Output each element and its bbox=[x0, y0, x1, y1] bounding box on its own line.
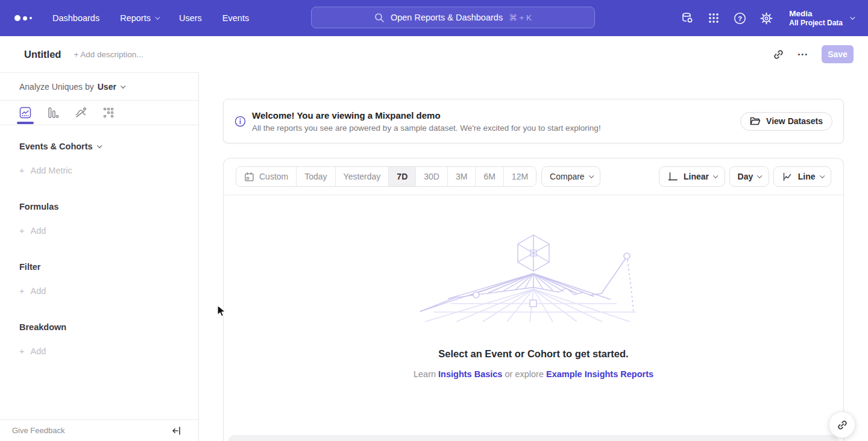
chevron-down-icon bbox=[589, 174, 594, 178]
insights-chart-card: Custom Today Yesterday 7D 30D 3M 6M 12M … bbox=[223, 158, 844, 441]
query-builder-sidebar: Analyze Uniques by User Events & Cohorts… bbox=[0, 72, 199, 441]
save-button[interactable]: Save bbox=[822, 45, 854, 63]
formulas-section-title: Formulas bbox=[19, 202, 179, 211]
chart-controls: Custom Today Yesterday 7D 30D 3M 6M 12M … bbox=[224, 158, 843, 195]
plus-icon: + bbox=[19, 346, 24, 356]
date-range-yesterday[interactable]: Yesterday bbox=[335, 167, 389, 186]
link-icon bbox=[837, 419, 848, 431]
collapse-sidebar-icon[interactable] bbox=[172, 426, 181, 436]
svg-text:?: ? bbox=[738, 14, 742, 22]
nav-users[interactable]: Users bbox=[179, 13, 202, 23]
chevron-down-icon bbox=[850, 14, 855, 19]
chevron-down-icon bbox=[121, 83, 125, 88]
line-chart-icon bbox=[782, 171, 793, 182]
nav-events[interactable]: Events bbox=[222, 13, 249, 23]
more-menu-button[interactable]: ••• bbox=[797, 51, 808, 58]
analyze-label: Analyze Uniques by bbox=[19, 82, 94, 92]
project-selector[interactable]: Media All Project Data bbox=[789, 8, 854, 28]
banner-subtitle: All the reports you see are powered by a… bbox=[252, 124, 601, 133]
example-insights-reports-link[interactable]: Example Insights Reports bbox=[546, 369, 653, 379]
tab-bar-chart[interactable] bbox=[47, 101, 59, 125]
apps-grid-icon[interactable] bbox=[708, 12, 720, 24]
data-management-icon[interactable] bbox=[681, 11, 694, 25]
measurement-tabs bbox=[0, 101, 198, 125]
primary-nav: Dashboards Reports Users Events bbox=[52, 13, 249, 23]
line-chart-icon bbox=[19, 107, 31, 119]
nav-reports[interactable]: Reports bbox=[120, 13, 159, 23]
axis-scale-icon bbox=[667, 171, 678, 182]
mixpanel-logo-icon[interactable] bbox=[14, 15, 32, 21]
empty-state-illustration bbox=[419, 231, 648, 323]
project-name: Media bbox=[789, 8, 843, 19]
analyze-entity-dropdown[interactable]: User bbox=[98, 82, 124, 92]
chevron-down-icon bbox=[820, 174, 825, 178]
chart-empty-state: Select an Event or Cohort to get started… bbox=[224, 195, 843, 379]
add-metric-button[interactable]: + Add Metric bbox=[19, 166, 179, 175]
nav-dashboards[interactable]: Dashboards bbox=[52, 13, 99, 23]
nav-right-cluster: ? Media All Project Data bbox=[681, 0, 854, 36]
calendar-icon bbox=[244, 172, 254, 182]
date-range-segmented-control: Custom Today Yesterday 7D 30D 3M 6M 12M bbox=[236, 166, 536, 187]
results-table-peek bbox=[228, 435, 838, 441]
global-search-input[interactable]: Open Reports & Dashboards ⌘ + K bbox=[311, 7, 595, 28]
add-formula-button[interactable]: + Add bbox=[19, 226, 179, 236]
add-filter-button[interactable]: + Add bbox=[19, 286, 179, 296]
search-icon bbox=[374, 13, 385, 23]
analyze-row: Analyze Uniques by User bbox=[0, 73, 198, 101]
tab-insights-linechart[interactable] bbox=[19, 101, 31, 125]
main-content: Welcome! You are viewing a Mixpanel demo… bbox=[199, 72, 868, 441]
date-range-12m[interactable]: 12M bbox=[503, 167, 536, 186]
settings-gear-icon[interactable] bbox=[760, 12, 773, 25]
plus-icon: + bbox=[19, 286, 24, 296]
sidebar-footer: Give Feedback bbox=[0, 419, 198, 441]
chart-type-dropdown[interactable]: Line bbox=[773, 166, 831, 187]
date-range-custom[interactable]: Custom bbox=[236, 167, 296, 186]
banner-title: Welcome! You are viewing a Mixpanel demo bbox=[252, 110, 601, 120]
sidebar-sections: Events & Cohorts + Add Metric Formulas +… bbox=[0, 142, 198, 356]
breakdown-section-title: Breakdown bbox=[19, 322, 179, 332]
scale-dropdown[interactable]: Linear bbox=[659, 166, 725, 187]
chart-display-controls: Linear Day Line bbox=[659, 166, 831, 187]
interval-dropdown[interactable]: Day bbox=[729, 166, 769, 187]
view-datasets-button[interactable]: View Datasets bbox=[740, 112, 832, 131]
chevron-down-icon bbox=[713, 174, 718, 178]
add-breakdown-button[interactable]: + Add bbox=[19, 346, 179, 356]
plus-icon: + bbox=[19, 226, 24, 236]
report-description-placeholder[interactable]: + Add description... bbox=[74, 50, 143, 59]
bar-chart-icon bbox=[47, 107, 59, 119]
flows-icon bbox=[75, 107, 87, 119]
date-range-7d[interactable]: 7D bbox=[388, 167, 415, 186]
report-header: Untitled + Add description... ••• Save bbox=[0, 36, 868, 72]
date-range-6m[interactable]: 6M bbox=[475, 167, 503, 186]
chevron-down-icon bbox=[97, 143, 102, 148]
report-header-actions: ••• Save bbox=[773, 45, 854, 63]
report-title[interactable]: Untitled bbox=[24, 49, 61, 60]
top-nav: Dashboards Reports Users Events Open Rep… bbox=[0, 0, 868, 36]
dot-grid-icon bbox=[102, 107, 115, 119]
empty-state-subtitle: Learn Insights Basics or explore Example… bbox=[414, 369, 653, 379]
tab-flows[interactable] bbox=[75, 101, 87, 125]
chevron-down-icon bbox=[757, 174, 762, 178]
info-icon bbox=[234, 116, 246, 127]
search-placeholder: Open Reports & Dashboards bbox=[391, 13, 503, 22]
folder-icon bbox=[750, 116, 761, 126]
chevron-down-icon bbox=[155, 14, 160, 19]
empty-state-title: Select an Event or Cohort to get started… bbox=[438, 348, 628, 360]
date-range-30d[interactable]: 30D bbox=[415, 167, 447, 186]
help-icon[interactable]: ? bbox=[734, 12, 746, 25]
date-range-3m[interactable]: 3M bbox=[447, 167, 475, 186]
share-link-fab[interactable] bbox=[829, 411, 855, 438]
filter-section-title: Filter bbox=[19, 262, 179, 272]
project-scope: All Project Data bbox=[789, 19, 843, 28]
give-feedback-link[interactable]: Give Feedback bbox=[12, 426, 64, 435]
compare-dropdown[interactable]: Compare bbox=[541, 166, 600, 187]
copy-link-icon[interactable] bbox=[773, 49, 784, 60]
plus-icon: + bbox=[19, 166, 24, 175]
date-range-today[interactable]: Today bbox=[296, 167, 335, 186]
insights-basics-link[interactable]: Insights Basics bbox=[438, 369, 502, 379]
events-cohorts-section-title[interactable]: Events & Cohorts bbox=[19, 142, 179, 151]
search-shortcut: ⌘ + K bbox=[509, 13, 532, 22]
demo-welcome-banner: Welcome! You are viewing a Mixpanel demo… bbox=[223, 99, 844, 143]
tab-retention[interactable] bbox=[102, 101, 115, 125]
